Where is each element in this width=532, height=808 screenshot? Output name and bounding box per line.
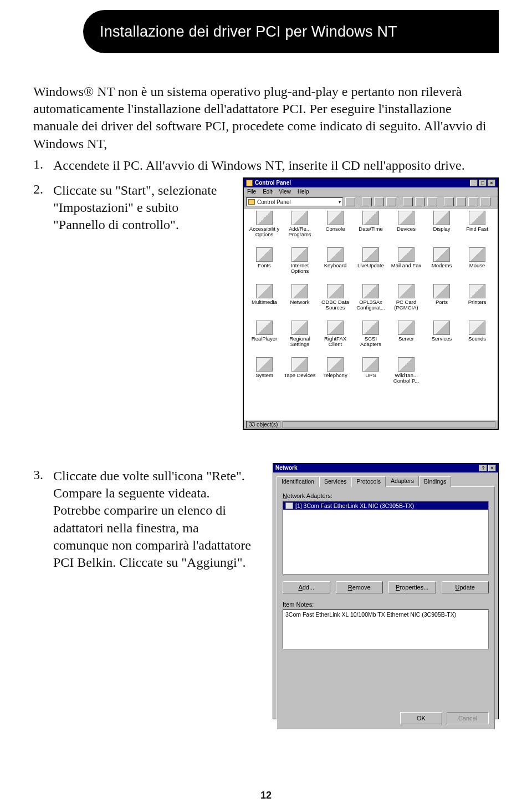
cp-item[interactable]: Mail and Fax — [389, 247, 423, 282]
view-details-button[interactable] — [480, 197, 490, 206]
cut-button[interactable] — [362, 197, 372, 206]
cp-item-icon — [469, 247, 485, 262]
help-button[interactable]: ? — [479, 465, 487, 471]
cp-item-label: RightFAX Client — [318, 336, 352, 347]
menu-bar[interactable]: File Edit View Help — [244, 187, 498, 196]
folder-icon — [248, 199, 255, 205]
cp-item-icon — [433, 247, 450, 262]
update-button[interactable]: Update — [442, 581, 489, 593]
address-dropdown[interactable]: Control Panel ▾ — [246, 197, 343, 206]
remove-button[interactable]: Remove — [336, 581, 383, 593]
view-small-button[interactable] — [456, 197, 466, 206]
dialog-titlebar[interactable]: Network ? × — [273, 464, 498, 472]
tab-adapters[interactable]: Adapters — [386, 476, 419, 486]
tab-protocols[interactable]: Protocols — [351, 476, 386, 487]
cp-item-label: UPS — [365, 373, 376, 378]
cp-item-icon — [291, 284, 308, 298]
cp-item[interactable]: Add/Re... Programs — [283, 211, 317, 245]
cp-item-icon — [469, 284, 485, 298]
status-text: 33 object(s) — [246, 421, 280, 428]
cp-item[interactable]: Devices — [389, 211, 423, 245]
cp-item-label: Date/Time — [359, 226, 382, 232]
cp-item[interactable]: Ports — [424, 284, 459, 318]
menu-edit[interactable]: Edit — [263, 189, 272, 195]
adapter-icon — [285, 502, 293, 509]
list-item[interactable]: [1] 3Com Fast EtherLink XL NIC (3C905B-T… — [283, 502, 488, 510]
adapters-list[interactable]: [1] 3Com Fast EtherLink XL NIC (3C905B-T… — [283, 501, 489, 575]
dialog-title: Network — [275, 465, 297, 471]
up-button[interactable] — [345, 197, 355, 206]
cp-item[interactable]: Modems — [424, 247, 459, 282]
cp-item-label: WildTan... Control P... — [389, 373, 423, 384]
menu-view[interactable]: View — [279, 189, 291, 195]
page-title: Installazione dei driver PCI per Windows… — [100, 23, 397, 40]
cp-item[interactable]: Tape Devices — [283, 357, 317, 392]
minimize-button[interactable]: _ — [470, 180, 478, 186]
properties-button[interactable]: Properties... — [388, 581, 436, 593]
chevron-down-icon: ▾ — [339, 200, 341, 205]
cp-item-label: Printers — [468, 299, 487, 305]
tab-services[interactable]: Services — [319, 476, 351, 487]
cp-item-icon — [256, 321, 273, 335]
step-1: 1. Accendete il PC. All'avvio di Windows… — [33, 157, 499, 174]
cp-item[interactable]: System — [247, 357, 282, 392]
close-button[interactable]: × — [488, 180, 495, 186]
cp-item[interactable]: UPS — [354, 357, 388, 392]
cancel-button[interactable]: Cancel — [447, 712, 489, 724]
cp-item[interactable]: Network — [283, 284, 317, 318]
tab-panel: Network Adapters: [1] 3Com Fast EtherLin… — [277, 486, 495, 729]
cp-item[interactable]: Console — [318, 211, 352, 245]
cp-item-label: Ports — [436, 299, 448, 305]
cp-item[interactable]: SCSI Adapters — [354, 321, 388, 355]
cp-item[interactable]: Fonts — [247, 247, 282, 282]
view-list-button[interactable] — [468, 197, 478, 206]
cp-item[interactable]: RightFAX Client — [318, 321, 352, 355]
add-button[interactable]: Add... — [283, 581, 330, 593]
cp-item[interactable]: Internet Options — [283, 247, 317, 282]
cp-item[interactable]: Display — [424, 211, 459, 245]
cp-item[interactable]: ODBC Data Sources — [318, 284, 352, 318]
cp-item[interactable]: Date/Time — [354, 211, 388, 245]
menu-help[interactable]: Help — [298, 189, 309, 195]
cp-item-label: Server — [398, 336, 414, 342]
cp-item[interactable]: Telephony — [318, 357, 352, 392]
close-button[interactable]: × — [488, 465, 496, 471]
maximize-button[interactable]: □ — [479, 180, 487, 186]
cp-item[interactable]: PC Card (PCMCIA) — [389, 284, 423, 318]
cp-item-label: Tape Devices — [284, 373, 315, 378]
cp-item-label: Multimedia — [252, 299, 277, 305]
paste-button[interactable] — [386, 197, 396, 206]
cp-item-icon — [291, 247, 308, 262]
tab-bindings[interactable]: Bindings — [419, 476, 451, 487]
cp-item[interactable]: Multimedia — [247, 284, 282, 318]
cp-item[interactable]: LiveUpdate — [354, 247, 388, 282]
cp-item-label: Telephony — [323, 373, 347, 378]
window-titlebar[interactable]: Control Panel _ □ × — [244, 179, 498, 187]
copy-button[interactable] — [374, 197, 384, 206]
properties-button[interactable] — [427, 197, 437, 206]
cp-item[interactable]: Regional Settings — [283, 321, 317, 355]
cp-item[interactable]: Printers — [460, 284, 494, 318]
cp-item[interactable]: Mouse — [460, 247, 494, 282]
undo-button[interactable] — [403, 197, 413, 206]
cp-item[interactable]: Server — [389, 321, 423, 355]
cp-item[interactable]: WildTan... Control P... — [389, 357, 423, 392]
cp-item-label: Services — [432, 336, 452, 342]
tab-identification[interactable]: Identification — [277, 476, 319, 487]
delete-button[interactable] — [415, 197, 425, 206]
cp-item-icon — [291, 357, 308, 372]
menu-file[interactable]: File — [247, 189, 256, 195]
cp-item-label: ODBC Data Sources — [318, 299, 352, 311]
cp-item[interactable]: Keyboard — [318, 247, 352, 282]
cp-item[interactable]: RealPlayer — [247, 321, 282, 355]
view-large-button[interactable] — [444, 197, 454, 206]
cp-item[interactable]: Find Fast — [460, 211, 494, 245]
cp-item-icon — [398, 247, 415, 262]
cp-item[interactable]: Sounds — [460, 321, 494, 355]
cp-item[interactable]: Accessibilit y Options — [247, 211, 282, 245]
cp-item[interactable]: Services — [424, 321, 459, 355]
cp-item-label: Console — [326, 226, 345, 232]
cp-item[interactable]: OPL3SAx Configurat... — [354, 284, 388, 318]
adapters-label: Network Adapters: — [283, 492, 489, 499]
ok-button[interactable]: OK — [400, 712, 442, 724]
